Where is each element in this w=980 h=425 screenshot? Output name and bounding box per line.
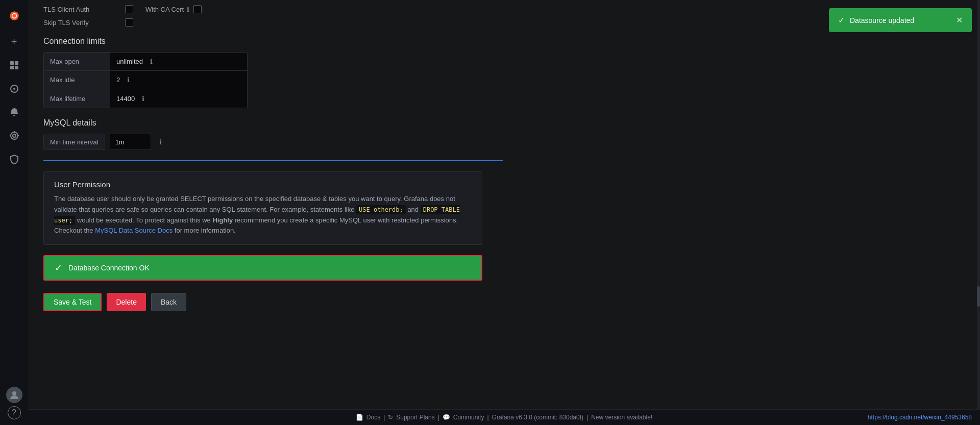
scrollbar-thumb[interactable] xyxy=(977,286,980,307)
footer-support-icon: ↻ xyxy=(388,414,393,421)
save-test-button[interactable]: Save & Test xyxy=(43,293,102,311)
connection-status-text: Database Connection OK xyxy=(68,264,150,272)
permission-text-part5: for more information. xyxy=(173,227,236,234)
svg-point-8 xyxy=(13,88,15,90)
connection-status-banner: ✓ Database Connection OK xyxy=(43,255,482,281)
max-open-value: unlimited ℹ xyxy=(110,53,247,70)
footer-url: https://blog.csdn.net/weixin_44953658 xyxy=(868,414,972,421)
permission-text: The database user should only be granted… xyxy=(54,194,472,236)
footer: 📄 Docs | ↻ Support Plans | 💬 Community |… xyxy=(28,409,980,425)
scrollbar-track xyxy=(977,0,980,409)
max-lifetime-value: 14400 ℹ xyxy=(110,89,247,108)
svg-point-0 xyxy=(10,11,19,20)
content-area: ✓ Datasource updated ✕ TLS Client Auth W… xyxy=(28,0,980,409)
connection-limits-section: Connection limits Max open unlimited ℹ M… xyxy=(43,37,970,108)
skip-tls-label: Skip TLS Verify xyxy=(43,19,125,27)
svg-rect-4 xyxy=(15,61,18,65)
blue-divider xyxy=(43,160,503,161)
skip-tls-checkbox[interactable] xyxy=(125,18,133,27)
min-interval-row: Min time interval ℹ xyxy=(43,134,970,150)
max-idle-row: Max idle 2 ℹ xyxy=(44,71,247,89)
max-idle-info-icon[interactable]: ℹ xyxy=(127,76,130,84)
toast-message: Datasource updated xyxy=(850,16,951,24)
sidebar-item-explore[interactable] xyxy=(4,79,24,99)
sidebar-item-profile[interactable] xyxy=(6,387,22,403)
connection-limits-table: Max open unlimited ℹ Max idle 2 ℹ Max li… xyxy=(43,52,248,108)
footer-docs-link[interactable]: Docs xyxy=(366,414,380,421)
datasource-updated-toast: ✓ Datasource updated ✕ xyxy=(829,8,972,32)
footer-new-version: New version available! xyxy=(591,414,652,421)
toast-check-icon: ✓ xyxy=(838,15,845,25)
svg-rect-3 xyxy=(10,61,14,65)
footer-support-link[interactable]: Support Plans xyxy=(396,414,434,421)
permission-code1: USE otherdb; xyxy=(356,205,406,214)
sidebar: + ? xyxy=(0,0,28,425)
with-ca-cert-checkbox[interactable] xyxy=(193,5,202,13)
max-open-info-icon[interactable]: ℹ xyxy=(150,58,153,65)
sidebar-item-help[interactable]: ? xyxy=(8,406,21,419)
mysql-docs-link[interactable]: MySQL Data Source Docs xyxy=(95,227,173,234)
svg-point-2 xyxy=(13,13,15,14)
sidebar-logo[interactable] xyxy=(4,6,24,26)
max-lifetime-info-icon[interactable]: ℹ xyxy=(142,95,144,103)
svg-rect-6 xyxy=(15,66,18,69)
mysql-details-title: MySQL details xyxy=(43,118,970,128)
with-ca-cert-label: With CA Cert xyxy=(145,6,184,13)
tls-client-auth-checkbox[interactable] xyxy=(125,5,133,13)
footer-version: Grafana v6.3.0 (commit: 830da0f) xyxy=(492,414,583,421)
main-container: ✓ Datasource updated ✕ TLS Client Auth W… xyxy=(28,0,980,425)
max-lifetime-label: Max lifetime xyxy=(44,89,110,108)
buttons-row: Save & Test Delete Back xyxy=(43,293,970,311)
max-lifetime-row: Max lifetime 14400 ℹ xyxy=(44,89,247,108)
max-open-label: Max open xyxy=(44,53,110,70)
max-idle-value: 2 ℹ xyxy=(110,71,247,89)
svg-point-9 xyxy=(12,391,16,395)
footer-docs-icon: 📄 xyxy=(356,414,363,421)
sidebar-item-dashboards[interactable] xyxy=(4,55,24,76)
connection-limits-title: Connection limits xyxy=(43,37,970,46)
sidebar-item-config[interactable] xyxy=(4,126,24,146)
tls-client-auth-checkbox-wrap xyxy=(125,5,133,13)
sidebar-item-alerting[interactable] xyxy=(4,102,24,122)
footer-community-icon: 💬 xyxy=(443,414,450,421)
svg-rect-5 xyxy=(10,66,14,69)
sidebar-item-add[interactable]: + xyxy=(4,32,24,52)
footer-community-link[interactable]: Community xyxy=(453,414,484,421)
toast-close-button[interactable]: ✕ xyxy=(956,15,963,25)
permission-text-part2: and xyxy=(406,206,421,213)
permission-title: User Permission xyxy=(54,180,472,189)
back-button[interactable]: Back xyxy=(151,293,186,311)
connection-check-icon: ✓ xyxy=(55,262,62,273)
max-open-row: Max open unlimited ℹ xyxy=(44,53,247,71)
max-idle-label: Max idle xyxy=(44,71,110,89)
mysql-details-section: MySQL details Min time interval ℹ xyxy=(43,118,970,150)
delete-button[interactable]: Delete xyxy=(107,293,145,311)
min-interval-info-icon[interactable]: ℹ xyxy=(159,138,162,146)
user-permission-box: User Permission The database user should… xyxy=(43,171,482,245)
min-interval-input[interactable] xyxy=(110,134,151,150)
sidebar-item-shield[interactable] xyxy=(4,149,24,169)
min-interval-label: Min time interval xyxy=(43,134,105,150)
with-ca-cert-info-icon[interactable]: ℹ xyxy=(187,6,189,13)
tls-client-auth-label: TLS Client Auth xyxy=(43,6,125,13)
